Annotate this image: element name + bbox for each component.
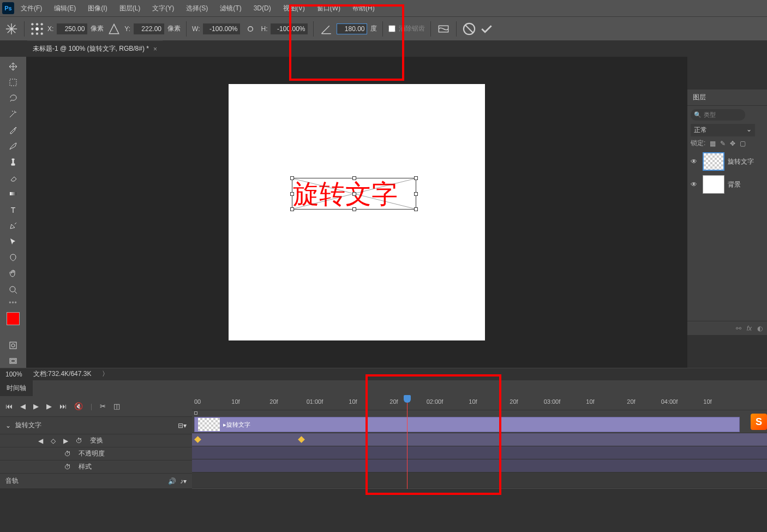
lock-transparency-icon[interactable]: ▦ [710, 140, 716, 147]
shape-tool[interactable] [5, 252, 21, 264]
close-icon[interactable]: × [153, 45, 157, 53]
gradient-tool[interactable] [5, 188, 21, 200]
lock-artboard-icon[interactable]: ▢ [740, 140, 746, 147]
mute-icon[interactable]: 🔇 [74, 402, 83, 410]
visibility-icon[interactable]: 👁 [691, 181, 699, 188]
audio-track-header[interactable]: 音轨 🔊 ♪▾ [0, 474, 192, 489]
eyedropper-tool[interactable] [5, 124, 21, 136]
next-frame-icon[interactable]: ▶ [46, 402, 52, 410]
layer-filter-search[interactable]: 🔍 类型 [691, 109, 745, 121]
doc-info[interactable]: 文档:732.4K/647.3K [33, 369, 92, 379]
playhead[interactable] [407, 396, 408, 489]
brush-tool[interactable] [5, 140, 21, 152]
handle-s[interactable] [352, 207, 356, 211]
timeline-track-header[interactable]: ⌄ 旋转文字 ⊟▾ [0, 417, 192, 434]
split-icon[interactable]: ✂ [100, 402, 106, 410]
stopwatch-icon[interactable]: ⏱ [64, 450, 71, 458]
link-layers-icon[interactable]: ⚯ [736, 325, 741, 332]
handle-ne[interactable] [414, 176, 418, 180]
track-menu-icon[interactable]: ⊟▾ [178, 422, 187, 429]
layer-row-1[interactable]: 👁 背景 [691, 173, 764, 196]
play-icon[interactable]: ▶ [33, 402, 39, 410]
zoom-level[interactable]: 100% [5, 370, 22, 378]
layer-thumb[interactable] [703, 152, 724, 171]
foreground-color[interactable] [7, 312, 20, 325]
menu-filter[interactable]: 滤镜(T) [214, 2, 247, 15]
delta-icon[interactable] [107, 22, 121, 36]
audio-track[interactable] [192, 473, 767, 488]
playhead-handle[interactable] [404, 395, 411, 403]
h-input[interactable] [271, 23, 308, 34]
opacity-keyframe-track[interactable] [192, 446, 767, 459]
doc-info-arrow[interactable]: 〉 [102, 369, 109, 379]
pen-tool[interactable] [5, 219, 21, 232]
transform-tool-icon[interactable] [4, 22, 19, 36]
menu-3d[interactable]: 3D(D) [248, 2, 277, 14]
speaker-icon[interactable]: 🔊 [168, 477, 176, 485]
timeline-tab[interactable]: 时间轴 [0, 380, 33, 396]
menu-file[interactable]: 文件(F) [15, 2, 47, 15]
prop-transform[interactable]: ◀ ◇ ▶ ⏱ 变换 [0, 434, 192, 447]
keyframe[interactable] [194, 436, 201, 443]
transition-icon[interactable]: ◫ [113, 402, 120, 410]
prev-key-icon[interactable]: ◀ [38, 437, 43, 445]
menu-edit[interactable]: 编辑(E) [49, 2, 81, 15]
menu-select[interactable]: 选择(S) [181, 2, 213, 15]
lock-position-icon[interactable]: ✥ [730, 140, 735, 147]
w-input[interactable] [203, 23, 240, 34]
timeline-ruler[interactable]: 00 10f 20f 01:00f 10f 20f 02:00f 10f 20f… [192, 396, 767, 410]
layer-row-0[interactable]: 👁 旋转文字 [691, 150, 764, 173]
handle-e[interactable] [414, 192, 418, 196]
prev-frame-icon[interactable]: ◀ [20, 402, 26, 410]
chevron-down-icon[interactable]: ⌄ [5, 422, 11, 429]
style-keyframe-track[interactable] [192, 459, 767, 473]
zoom-tool[interactable] [5, 283, 21, 296]
eraser-tool[interactable] [5, 172, 21, 184]
wand-tool[interactable] [5, 108, 21, 121]
warp-icon[interactable] [436, 22, 451, 36]
cancel-icon[interactable] [462, 22, 476, 36]
menu-window[interactable]: 窗口(W) [311, 2, 346, 15]
blend-mode-dropdown[interactable]: 正常⌄ [691, 124, 755, 136]
canvas[interactable]: 旋转文字 [229, 84, 485, 340]
music-icon[interactable]: ♪▾ [180, 477, 187, 485]
canvas-area[interactable]: 旋转文字 [26, 57, 687, 368]
type-tool[interactable]: T [5, 204, 21, 216]
lock-paint-icon[interactable]: ✎ [720, 140, 726, 147]
handle-se[interactable] [414, 207, 418, 211]
x-input[interactable] [57, 23, 87, 34]
stopwatch-icon[interactable]: ⏱ [64, 463, 71, 471]
keyframe[interactable] [298, 436, 305, 443]
y-input[interactable] [134, 23, 164, 34]
antialias-checkbox[interactable] [388, 25, 396, 32]
lasso-tool[interactable] [5, 92, 21, 104]
next-key-icon[interactable]: ▶ [63, 437, 68, 445]
commit-icon[interactable] [480, 22, 494, 36]
handle-sw[interactable] [290, 207, 294, 211]
link-icon[interactable] [243, 22, 257, 36]
handle-w[interactable] [290, 192, 294, 196]
work-area-start[interactable] [194, 411, 197, 415]
handle-n[interactable] [352, 176, 356, 180]
stamp-tool[interactable] [5, 156, 21, 168]
menu-view[interactable]: 视图(V) [278, 2, 310, 15]
timeline-clip[interactable]: ▸ 旋转文字 [194, 417, 740, 432]
menu-image[interactable]: 图像(I) [82, 2, 112, 15]
mask-icon[interactable]: ◐ [757, 325, 763, 332]
prop-style[interactable]: ⏱ 样式 [0, 461, 192, 474]
layers-panel-tab[interactable]: 图层 [687, 89, 767, 106]
goto-start-icon[interactable]: ⏮ [5, 402, 13, 410]
visibility-icon[interactable]: 👁 [691, 158, 699, 165]
fx-icon[interactable]: fx [747, 325, 752, 332]
prop-opacity[interactable]: ⏱ 不透明度 [0, 447, 192, 461]
transform-keyframe-track[interactable] [192, 433, 767, 446]
ref-point-icon[interactable] [30, 22, 44, 36]
timeline-clip-track[interactable]: ▸ 旋转文字 [192, 416, 767, 433]
add-key-icon[interactable]: ◇ [51, 437, 56, 445]
transform-bbox[interactable] [292, 178, 416, 210]
angle-input[interactable] [337, 23, 367, 34]
more-tools[interactable]: ••• [9, 299, 17, 307]
stopwatch-icon[interactable]: ⏱ [76, 437, 82, 445]
handle-nw[interactable] [290, 176, 294, 180]
quickmask-tool[interactable] [5, 339, 21, 352]
